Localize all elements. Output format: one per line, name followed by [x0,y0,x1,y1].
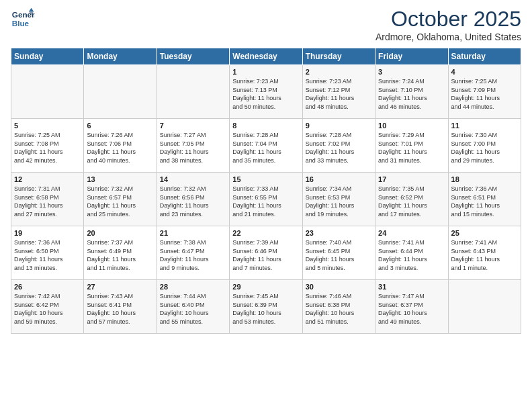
calendar-cell: 30Sunrise: 7:46 AM Sunset: 6:38 PM Dayli… [302,280,375,334]
calendar-cell: 15Sunrise: 7:33 AM Sunset: 6:55 PM Dayli… [230,173,302,226]
calendar-cell: 10Sunrise: 7:29 AM Sunset: 7:01 PM Dayli… [375,119,448,173]
day-info: Sunrise: 7:24 AM Sunset: 7:10 PM Dayligh… [378,77,445,111]
day-number: 2 [306,68,372,76]
day-number: 3 [378,68,445,76]
day-number: 4 [451,68,518,76]
calendar-cell: 8Sunrise: 7:28 AM Sunset: 7:04 PM Daylig… [230,119,302,173]
col-friday: Friday [375,48,448,65]
day-number: 23 [306,229,372,237]
col-monday: Monday [84,48,157,65]
day-info: Sunrise: 7:29 AM Sunset: 7:01 PM Dayligh… [378,131,445,165]
calendar-week-2: 12Sunrise: 7:31 AM Sunset: 6:58 PM Dayli… [11,173,521,226]
calendar-header: Sunday Monday Tuesday Wednesday Thursday… [11,48,521,65]
day-info: Sunrise: 7:38 AM Sunset: 6:47 PM Dayligh… [160,238,226,272]
calendar-cell: 20Sunrise: 7:37 AM Sunset: 6:49 PM Dayli… [84,226,157,280]
day-number: 8 [232,122,299,130]
calendar-table: Sunday Monday Tuesday Wednesday Thursday… [11,48,521,334]
day-number: 29 [232,283,299,291]
day-number: 31 [378,283,445,291]
col-tuesday: Tuesday [157,48,229,65]
calendar-cell: 29Sunrise: 7:45 AM Sunset: 6:39 PM Dayli… [230,280,302,334]
day-number: 5 [14,122,81,130]
day-number: 14 [160,175,226,183]
month-title: October 2025 [375,7,521,32]
calendar-cell: 19Sunrise: 7:36 AM Sunset: 6:50 PM Dayli… [11,226,84,280]
calendar-cell: 9Sunrise: 7:28 AM Sunset: 7:02 PM Daylig… [302,119,375,173]
calendar-cell: 16Sunrise: 7:34 AM Sunset: 6:53 PM Dayli… [302,173,375,226]
day-info: Sunrise: 7:28 AM Sunset: 7:04 PM Dayligh… [232,131,299,165]
calendar-cell: 21Sunrise: 7:38 AM Sunset: 6:47 PM Dayli… [157,226,229,280]
calendar-cell [11,65,84,119]
day-number: 30 [306,283,372,291]
calendar-cell: 26Sunrise: 7:42 AM Sunset: 6:42 PM Dayli… [11,280,84,334]
day-number: 20 [87,229,153,237]
calendar-body: 1Sunrise: 7:23 AM Sunset: 7:13 PM Daylig… [11,65,521,334]
calendar-cell: 1Sunrise: 7:23 AM Sunset: 7:13 PM Daylig… [230,65,302,119]
col-wednesday: Wednesday [230,48,302,65]
calendar-cell: 14Sunrise: 7:32 AM Sunset: 6:56 PM Dayli… [157,173,229,226]
day-number: 1 [232,68,299,76]
day-number: 27 [87,283,153,291]
calendar-cell: 28Sunrise: 7:44 AM Sunset: 6:40 PM Dayli… [157,280,229,334]
calendar-cell: 7Sunrise: 7:27 AM Sunset: 7:05 PM Daylig… [157,119,229,173]
day-info: Sunrise: 7:25 AM Sunset: 7:08 PM Dayligh… [14,131,81,165]
day-number: 25 [451,229,518,237]
day-info: Sunrise: 7:32 AM Sunset: 6:57 PM Dayligh… [87,185,153,218]
day-number: 19 [14,229,81,237]
day-info: Sunrise: 7:25 AM Sunset: 7:09 PM Dayligh… [451,77,518,111]
day-info: Sunrise: 7:39 AM Sunset: 6:46 PM Dayligh… [232,238,299,272]
calendar-cell: 2Sunrise: 7:23 AM Sunset: 7:12 PM Daylig… [302,65,375,119]
calendar-week-0: 1Sunrise: 7:23 AM Sunset: 7:13 PM Daylig… [11,65,521,119]
day-info: Sunrise: 7:43 AM Sunset: 6:41 PM Dayligh… [87,292,153,326]
calendar-cell [448,280,521,334]
calendar-cell: 11Sunrise: 7:30 AM Sunset: 7:00 PM Dayli… [448,119,521,173]
calendar-cell: 13Sunrise: 7:32 AM Sunset: 6:57 PM Dayli… [84,173,157,226]
day-info: Sunrise: 7:28 AM Sunset: 7:02 PM Dayligh… [306,131,372,165]
day-number: 13 [87,175,153,183]
calendar-cell: 27Sunrise: 7:43 AM Sunset: 6:41 PM Dayli… [84,280,157,334]
day-info: Sunrise: 7:42 AM Sunset: 6:42 PM Dayligh… [14,292,81,326]
weekday-row: Sunday Monday Tuesday Wednesday Thursday… [11,48,521,65]
day-number: 26 [14,283,81,291]
title-block: October 2025 Ardmore, Oklahoma, United S… [375,7,521,42]
day-number: 21 [160,229,226,237]
col-saturday: Saturday [448,48,521,65]
day-number: 24 [378,229,445,237]
location: Ardmore, Oklahoma, United States [375,32,521,42]
day-number: 10 [378,122,445,130]
calendar-cell [157,65,229,119]
calendar-cell: 18Sunrise: 7:36 AM Sunset: 6:51 PM Dayli… [448,173,521,226]
calendar-cell: 23Sunrise: 7:40 AM Sunset: 6:45 PM Dayli… [302,226,375,280]
calendar-cell: 25Sunrise: 7:41 AM Sunset: 6:43 PM Dayli… [448,226,521,280]
day-info: Sunrise: 7:23 AM Sunset: 7:12 PM Dayligh… [306,77,372,111]
day-number: 28 [160,283,226,291]
calendar-page: General Blue October 2025 Ardmore, Oklah… [0,0,532,411]
calendar-cell: 22Sunrise: 7:39 AM Sunset: 6:46 PM Dayli… [230,226,302,280]
day-info: Sunrise: 7:41 AM Sunset: 6:44 PM Dayligh… [378,238,445,272]
logo-icon: General Blue [11,7,35,31]
calendar-week-3: 19Sunrise: 7:36 AM Sunset: 6:50 PM Dayli… [11,226,521,280]
day-info: Sunrise: 7:44 AM Sunset: 6:40 PM Dayligh… [160,292,226,326]
day-number: 9 [306,122,372,130]
day-number: 22 [232,229,299,237]
day-info: Sunrise: 7:37 AM Sunset: 6:49 PM Dayligh… [87,238,153,272]
day-info: Sunrise: 7:26 AM Sunset: 7:06 PM Dayligh… [87,131,153,165]
calendar-cell: 24Sunrise: 7:41 AM Sunset: 6:44 PM Dayli… [375,226,448,280]
day-info: Sunrise: 7:41 AM Sunset: 6:43 PM Dayligh… [451,238,518,272]
day-info: Sunrise: 7:31 AM Sunset: 6:58 PM Dayligh… [14,185,81,218]
day-number: 17 [378,175,445,183]
calendar-cell: 12Sunrise: 7:31 AM Sunset: 6:58 PM Dayli… [11,173,84,226]
calendar-week-4: 26Sunrise: 7:42 AM Sunset: 6:42 PM Dayli… [11,280,521,334]
calendar-cell: 3Sunrise: 7:24 AM Sunset: 7:10 PM Daylig… [375,65,448,119]
day-number: 15 [232,175,299,183]
day-info: Sunrise: 7:40 AM Sunset: 6:45 PM Dayligh… [306,238,372,272]
day-number: 16 [306,175,372,183]
calendar-cell: 6Sunrise: 7:26 AM Sunset: 7:06 PM Daylig… [84,119,157,173]
day-info: Sunrise: 7:23 AM Sunset: 7:13 PM Dayligh… [232,77,299,111]
logo: General Blue [11,7,35,31]
day-info: Sunrise: 7:46 AM Sunset: 6:38 PM Dayligh… [306,292,372,326]
calendar-week-1: 5Sunrise: 7:25 AM Sunset: 7:08 PM Daylig… [11,119,521,173]
day-number: 7 [160,122,226,130]
calendar-cell: 31Sunrise: 7:47 AM Sunset: 6:37 PM Dayli… [375,280,448,334]
calendar-cell: 17Sunrise: 7:35 AM Sunset: 6:52 PM Dayli… [375,173,448,226]
